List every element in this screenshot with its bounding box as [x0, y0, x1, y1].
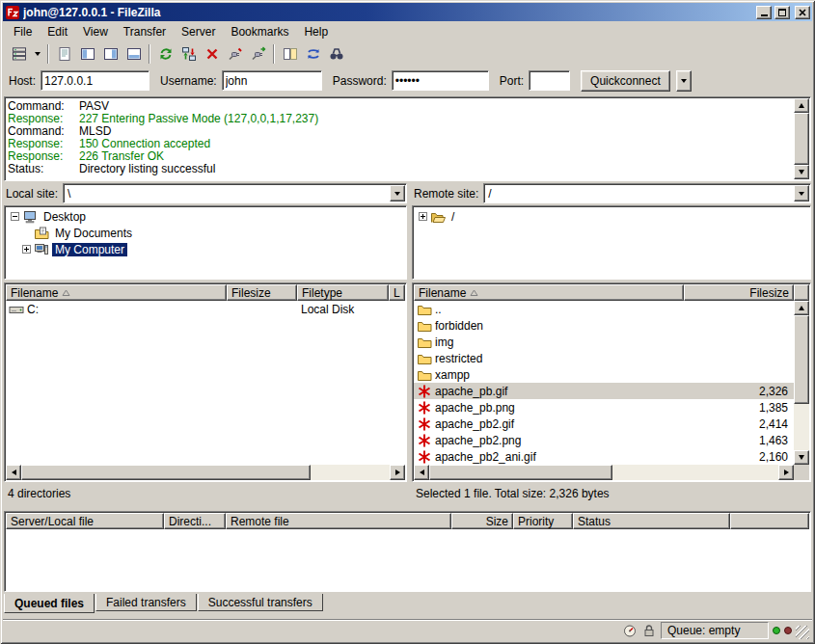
site-manager-icon[interactable]: [8, 43, 30, 65]
minimize-button[interactable]: [756, 6, 772, 19]
reconnect-icon[interactable]: [247, 43, 269, 65]
close-button[interactable]: [795, 6, 810, 19]
remote-file-row[interactable]: apache_pb.png 1,385: [414, 399, 794, 416]
site-manager-dropdown-icon[interactable]: [31, 43, 43, 65]
tree-item-desktop[interactable]: Desktop: [7, 208, 404, 225]
tab-successful-transfers[interactable]: Successful transfers: [198, 594, 323, 611]
remote-site-combobox[interactable]: /: [483, 183, 811, 203]
log-line-text: 227 Entering Passive Mode (127,0,0,1,17,…: [79, 112, 318, 125]
queue-column-direction[interactable]: Directi...: [164, 513, 226, 529]
local-scroll-thumb[interactable]: [21, 465, 311, 480]
local-scroll-left-icon[interactable]: [6, 465, 21, 480]
local-directory-tree: Desktop My Documents My Computer: [4, 205, 407, 280]
remote-scroll-right-icon[interactable]: [778, 465, 794, 480]
cancel-icon[interactable]: [201, 43, 223, 65]
remote-vertical-scrollbar[interactable]: [794, 301, 809, 465]
expand-icon[interactable]: [22, 245, 31, 254]
remote-site-dropdown-icon[interactable]: [794, 185, 809, 201]
local-horizontal-scrollbar[interactable]: [6, 465, 405, 480]
local-scroll-right-icon[interactable]: [390, 465, 405, 480]
menu-bookmarks[interactable]: Bookmarks: [223, 23, 296, 40]
remote-file-row[interactable]: restricted: [414, 350, 794, 366]
remote-hscroll-thumb[interactable]: [429, 465, 612, 480]
remote-scroll-up-icon[interactable]: [794, 301, 809, 315]
local-column-last-modified[interactable]: L: [389, 284, 405, 301]
remote-file-row-selected[interactable]: apache_pb.gif 2,326: [414, 383, 794, 399]
menu-view[interactable]: View: [75, 23, 116, 40]
speed-limit-icon[interactable]: [622, 623, 638, 638]
tree-item-label-selected: My Computer: [52, 243, 127, 256]
menu-file[interactable]: File: [6, 23, 40, 40]
maximize-button[interactable]: [774, 6, 790, 19]
titlebar[interactable]: john@127.0.0.1 - FileZilla: [3, 3, 812, 21]
menu-transfer[interactable]: Transfer: [116, 23, 174, 40]
quickconnect-button[interactable]: Quickconnect: [581, 70, 670, 92]
log-scroll-thumb[interactable]: [794, 113, 809, 165]
encryption-icon[interactable]: [641, 623, 657, 638]
queue-column-server-local-file[interactable]: Server/Local file: [6, 513, 164, 529]
local-column-filesize[interactable]: Filesize: [227, 284, 297, 301]
local-column-filename[interactable]: Filename: [6, 284, 227, 301]
find-files-icon[interactable]: [325, 43, 347, 65]
tab-failed-transfers[interactable]: Failed transfers: [95, 594, 197, 611]
menu-server[interactable]: Server: [174, 23, 223, 40]
remote-vscroll-thumb[interactable]: [794, 315, 809, 404]
menu-edit[interactable]: Edit: [40, 23, 75, 40]
local-site-dropdown-icon[interactable]: [390, 185, 405, 201]
remote-file-row[interactable]: ..: [414, 301, 794, 317]
remote-column-filename[interactable]: Filename: [414, 284, 684, 301]
log-scrollbar[interactable]: [794, 98, 809, 179]
remote-horizontal-scrollbar[interactable]: [414, 465, 794, 480]
synchronized-browsing-icon[interactable]: [302, 43, 324, 65]
remote-scroll-left-icon[interactable]: [414, 465, 429, 480]
remote-scroll-down-icon[interactable]: [794, 450, 809, 465]
message-log-lines: Command:PASV Response:227 Entering Passi…: [8, 99, 792, 178]
username-input[interactable]: [222, 70, 322, 91]
toggle-transfer-queue-icon[interactable]: [122, 43, 145, 65]
tree-item-root[interactable]: /: [415, 208, 808, 225]
remote-file-row[interactable]: apache_pb2.gif 2,414: [414, 416, 794, 432]
local-column-filetype[interactable]: Filetype: [297, 284, 389, 301]
host-input[interactable]: [41, 70, 149, 91]
password-input[interactable]: [392, 70, 489, 91]
disconnect-icon[interactable]: [224, 43, 246, 65]
queue-column-size[interactable]: Size: [451, 513, 513, 529]
image-file-icon: [417, 384, 432, 399]
port-input[interactable]: [529, 70, 570, 91]
log-scroll-down-icon[interactable]: [794, 165, 809, 179]
remote-file-name: restricted: [435, 352, 482, 365]
remote-file-row[interactable]: xampp: [414, 366, 794, 383]
quickconnect-dropdown-icon[interactable]: [676, 70, 692, 92]
remote-pane: Remote site: / / Filename Filesize: [412, 183, 811, 503]
toggle-local-tree-icon[interactable]: [76, 43, 98, 65]
queue-body[interactable]: [6, 529, 809, 590]
log-line-text: 226 Transfer OK: [79, 149, 164, 163]
remote-column-filesize[interactable]: Filesize: [684, 284, 794, 301]
directory-comparison-icon[interactable]: [279, 43, 301, 65]
log-line: Status:Directory listing successful: [8, 162, 792, 174]
expand-icon[interactable]: [419, 212, 427, 221]
refresh-icon[interactable]: [154, 43, 177, 65]
local-file-row-c-drive[interactable]: C: Local Disk: [6, 301, 405, 317]
remote-file-row[interactable]: forbidden: [414, 317, 794, 334]
queue-column-priority[interactable]: Priority: [513, 513, 573, 529]
toggle-message-log-icon[interactable]: [53, 43, 75, 65]
toggle-remote-tree-icon[interactable]: [99, 43, 122, 65]
process-queue-icon[interactable]: [177, 43, 200, 65]
local-list-header: Filename Filesize Filetype L: [6, 284, 405, 301]
queue-column-remote-file[interactable]: Remote file: [226, 513, 451, 529]
resize-grip-icon[interactable]: [796, 626, 809, 639]
menu-help[interactable]: Help: [296, 23, 336, 40]
tree-item-my-documents[interactable]: My Documents: [7, 225, 404, 241]
column-label: Filetype: [302, 286, 342, 300]
local-site-combobox[interactable]: \: [63, 183, 407, 203]
remote-file-row[interactable]: img: [414, 334, 794, 350]
collapse-icon[interactable]: [11, 212, 19, 221]
log-scroll-up-icon[interactable]: [794, 98, 809, 113]
queue-column-status[interactable]: Status: [573, 513, 730, 529]
remote-file-row[interactable]: apache_pb2.png 1,463: [414, 432, 794, 448]
tree-item-my-computer[interactable]: My Computer: [7, 241, 404, 257]
remote-file-row[interactable]: apache_pb2_ani.gif 2,160: [414, 448, 794, 465]
tab-queued-files[interactable]: Queued files: [4, 594, 95, 613]
drive-icon: [9, 302, 24, 317]
